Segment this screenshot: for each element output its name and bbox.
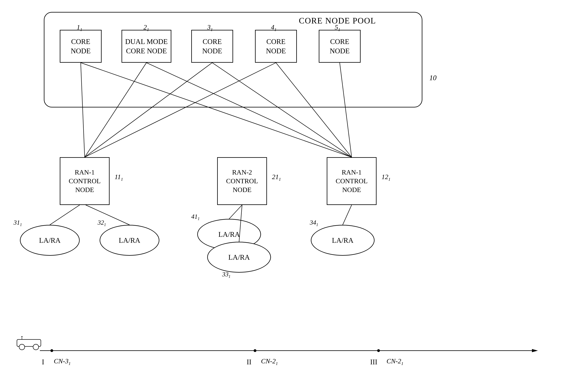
ref-331: 331 [222, 271, 230, 279]
core-node-11: CORENODE [60, 30, 102, 63]
dual-mode-core-node-21: DUAL MODECORE NODE [121, 30, 171, 63]
ran2-control-node: RAN-2CONTROLNODE [217, 157, 267, 205]
ref-321: 321 [98, 219, 106, 227]
ref-111: 111 [115, 173, 123, 182]
core-node-51: CORENODE [319, 30, 361, 63]
ref-41: 41 [271, 24, 277, 32]
ran1-control-node-right: RAN-1CONTROLNODE [327, 157, 376, 205]
svg-marker-20 [532, 349, 538, 352]
svg-point-23 [377, 349, 380, 352]
svg-line-9 [50, 205, 80, 225]
lara-311: LA/RA [20, 225, 80, 256]
ref-311: 311 [14, 219, 22, 227]
ref-11: 11 [77, 24, 82, 32]
timeline-label-I: I [42, 358, 44, 366]
timeline-cn-21-II: CN-21 [261, 357, 278, 366]
svg-line-11 [229, 205, 242, 219]
timeline-label-II: II [247, 358, 252, 366]
timeline-cn-21-III: CN-21 [387, 357, 404, 366]
core-node-31: CORENODE [191, 30, 233, 63]
ref-411: 411 [191, 213, 200, 221]
ref-31: 31 [207, 24, 213, 32]
lara-331: LA/RA [207, 242, 271, 273]
timeline-cn-31: CN-31 [54, 357, 71, 366]
ref-51: 51 [335, 24, 340, 32]
ref-341: 341 [310, 219, 318, 227]
timeline-label-III: III [370, 358, 377, 366]
lara-321: LA/RA [100, 225, 159, 256]
ref-211: 211 [272, 173, 281, 182]
svg-point-21 [50, 349, 53, 352]
core-node-41: CORENODE [255, 30, 297, 63]
ref-121: 121 [382, 173, 390, 182]
ran1-control-node-left: RAN-1CONTROLNODE [60, 157, 110, 205]
timeline-arrow [16, 345, 544, 357]
diagram: CORE NODE POOL 10 CORENODE 11 DUAL MODEC… [0, 0, 569, 392]
svg-point-22 [254, 349, 256, 352]
ref-21: 21 [143, 24, 149, 32]
svg-line-13 [343, 205, 352, 225]
svg-line-10 [86, 205, 130, 225]
pool-ref-10: 10 [429, 74, 436, 82]
lara-341: LA/RA [311, 225, 374, 256]
